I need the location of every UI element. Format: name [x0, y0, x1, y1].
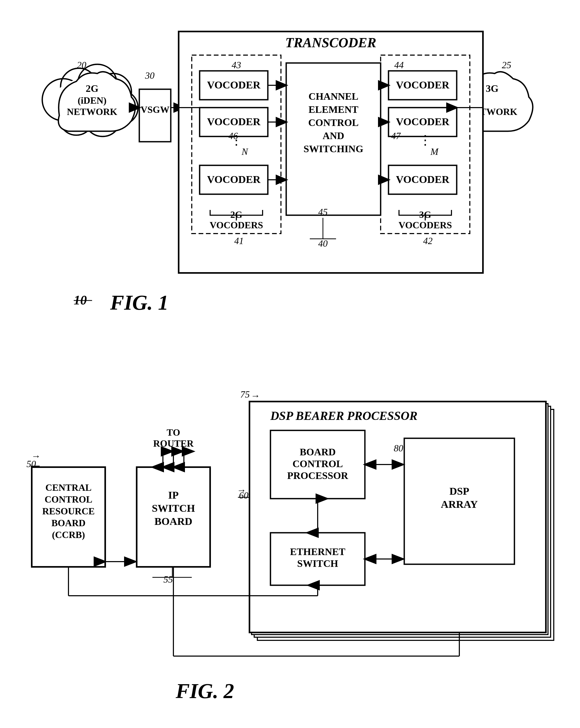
label-ccrb-3: RESOURCE — [42, 506, 95, 517]
label-eth-2: SWITCH — [297, 558, 338, 569]
channel-element-4: AND — [322, 130, 344, 141]
label-ip-2: SWITCH — [152, 502, 195, 514]
label-ccrb-1: CENTRAL — [45, 483, 91, 493]
channel-element-3: CONTROL — [308, 117, 358, 128]
ref-47: 47 — [391, 131, 401, 141]
label-ccrb-5: (CCRB) — [52, 529, 85, 540]
label-2g-iden: (iDEN) — [78, 95, 106, 106]
label-3g-vocoders2: VOCODERS — [398, 220, 452, 230]
ref-60-arrow: → — [237, 485, 246, 495]
label-2g-network2: NETWORK — [67, 107, 117, 117]
label-ccrb-2: CONTROL — [44, 494, 92, 505]
label-2g-network: 2G — [85, 83, 98, 94]
ref-75-arrow: → — [251, 390, 260, 401]
page: 2G (iDEN) NETWORK 20 3G NETWORK 25 VSGW … — [0, 0, 580, 728]
label-eth-1: ETHERNET — [290, 546, 345, 557]
fig2-diagram: CENTRAL CONTROL RESOURCE BOARD (CCRB) 50… — [21, 378, 559, 728]
ref-43: 43 — [232, 60, 241, 70]
ref-75: 75 — [240, 389, 250, 400]
fig1-container: 2G (iDEN) NETWORK 20 3G NETWORK 25 VSGW … — [21, 16, 559, 357]
vocoder-3g-3: VOCODER — [396, 174, 450, 185]
label-bcp-2: CONTROL — [292, 458, 343, 469]
ref-41: 41 — [234, 236, 244, 246]
fig2-label: FIG. 2 — [175, 679, 234, 703]
label-3g-network: 3G — [485, 83, 498, 94]
label-bcp-1: BOARD — [299, 446, 336, 458]
vocoder-2g-2: VOCODER — [207, 116, 261, 128]
vsgw-box: VSGW 30 — [139, 70, 171, 142]
channel-element-2: ELEMENT — [308, 104, 358, 115]
label-2g-vocoders2: VOCODERS — [210, 220, 263, 230]
label-dsp-array-2: ARRAY — [441, 498, 478, 510]
ref-20: 20 — [77, 60, 86, 70]
label-ccrb-4: BOARD — [51, 518, 85, 528]
fig2-container: CENTRAL CONTROL RESOURCE BOARD (CCRB) 50… — [21, 378, 559, 728]
ref-M: M — [430, 147, 439, 157]
label-to-router-1: TO — [166, 427, 180, 438]
channel-element-5: SWITCHING — [303, 143, 363, 154]
fig1-label: FIG. 1 — [110, 291, 168, 314]
ref-55: 55 — [163, 574, 173, 585]
label-dsp-bearer: DSP BEARER PROCESSOR — [270, 409, 417, 422]
ref-40: 40 — [318, 238, 328, 249]
vocoder-2g-1: VOCODER — [207, 79, 261, 91]
vocoder-3g-1: VOCODER — [396, 79, 450, 91]
ref-46: 46 — [229, 131, 238, 141]
fig1-number: 10 — [74, 293, 87, 307]
ref-42: 42 — [423, 236, 432, 246]
vocoder-3g-2: VOCODER — [396, 116, 450, 128]
ref-80: 80 — [394, 443, 403, 453]
label-ip-3: BOARD — [154, 515, 192, 527]
label-bcp-3: PROCESSOR — [287, 470, 348, 481]
channel-element-1: CHANNEL — [308, 91, 358, 102]
label-ip-1: IP — [168, 489, 179, 501]
label-vsgw: VSGW — [140, 104, 169, 115]
svg-rect-9 — [139, 89, 171, 142]
fig1-diagram: 2G (iDEN) NETWORK 20 3G NETWORK 25 VSGW … — [21, 16, 559, 357]
ref-25: 25 — [502, 60, 511, 70]
ref-30: 30 — [145, 70, 155, 81]
ref-44: 44 — [394, 60, 404, 70]
vocoder-2g-3: VOCODER — [207, 174, 261, 185]
dots-3g: ⋮ — [419, 132, 432, 147]
svg-rect-41 — [32, 467, 105, 567]
label-to-router-2: ROUTER — [153, 438, 193, 449]
ref-N: N — [241, 147, 248, 157]
label-transcoder: TRANSCODER — [285, 35, 376, 50]
label-dsp-array-1: DSP — [449, 485, 469, 497]
cloud-2g: 2G (iDEN) NETWORK 20 — [42, 60, 138, 136]
ref-45: 45 — [318, 207, 328, 217]
ref-50-arrow: → — [31, 451, 41, 461]
